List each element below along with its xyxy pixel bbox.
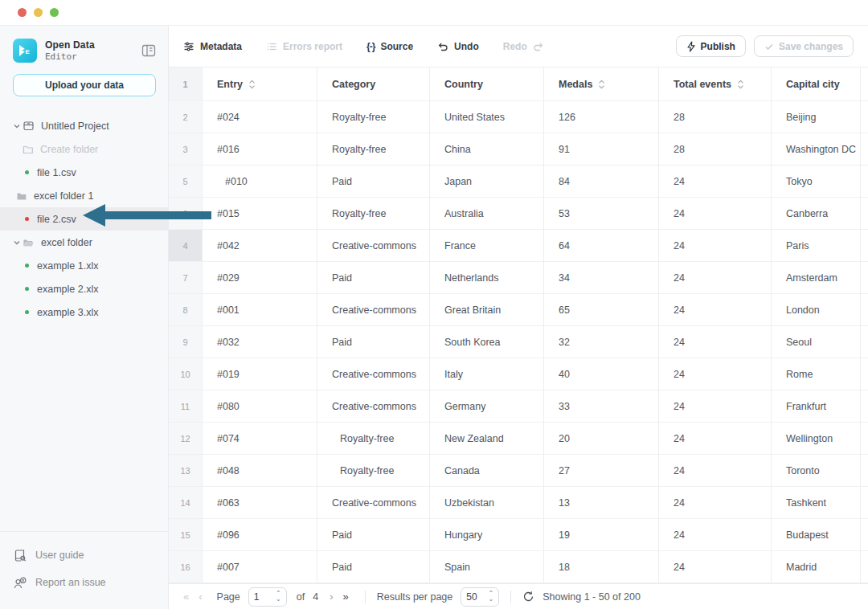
cell-medals[interactable]: 84	[544, 166, 659, 198]
results-per-page-value[interactable]: 50	[466, 591, 488, 603]
cell-country[interactable]: United States	[430, 101, 544, 133]
cell-country[interactable]: New Zealand	[430, 423, 544, 455]
cell-medals[interactable]: 126	[544, 101, 659, 133]
stepper-arrows-icon[interactable]: ⌃⌄	[489, 591, 494, 603]
cell-capital[interactable]: Seoul	[772, 326, 861, 358]
user-guide-link[interactable]: User guide	[13, 548, 155, 562]
cell-total_events[interactable]: 24	[659, 455, 772, 487]
cell-total_events[interactable]: 24	[659, 423, 772, 455]
cell-total_events[interactable]: 24	[659, 294, 772, 326]
cell-entry[interactable]: #063	[203, 487, 317, 519]
cell-entry[interactable]: #001	[203, 294, 317, 326]
cell-category[interactable]: Paid	[317, 262, 430, 294]
cell-total_events[interactable]: 24	[659, 487, 772, 519]
row-number-cell[interactable]: 4	[169, 230, 203, 262]
cell-medals[interactable]: 64	[544, 230, 659, 262]
cell-capital[interactable]: London	[772, 294, 861, 326]
cell-category[interactable]: Paid	[317, 166, 430, 198]
next-page-button[interactable]: ›	[325, 591, 338, 603]
cell-entry[interactable]: #016	[203, 133, 317, 166]
stepper-arrows-icon[interactable]: ⌃⌄	[276, 591, 281, 603]
tree-item-excel-folder-1[interactable]: excel folder 1	[0, 184, 168, 207]
cell-medals[interactable]: 20	[544, 423, 659, 455]
cell-capital[interactable]: Tashkent	[772, 487, 861, 519]
tree-item-excel-folder[interactable]: excel folder	[0, 231, 168, 254]
cell-total_events[interactable]: 24	[659, 198, 772, 230]
cell-category[interactable]: Royalty-free	[317, 455, 430, 487]
tree-item-untitled-project[interactable]: Untitled Project	[0, 114, 168, 137]
row-number-cell[interactable]: 2	[169, 101, 203, 133]
cell-medals[interactable]: 40	[544, 358, 659, 390]
page-number-stepper[interactable]: 1 ⌃⌄	[248, 587, 287, 607]
upload-data-button[interactable]: Upload your data	[13, 74, 156, 96]
cell-category[interactable]: Creative-commons	[317, 487, 430, 519]
cell-total_events[interactable]: 24	[659, 230, 772, 262]
cell-total_events[interactable]: 24	[659, 551, 772, 583]
tree-item-example-1-xlx[interactable]: example 1.xlx	[0, 254, 168, 277]
tree-item-file-1-csv[interactable]: file 1.csv	[0, 161, 168, 184]
cell-country[interactable]: Germany	[430, 390, 544, 423]
cell-total_events[interactable]: 24	[659, 519, 772, 551]
tree-item-create-folder[interactable]: Create folder	[0, 137, 168, 161]
cell-total_events[interactable]: 24	[659, 166, 772, 198]
column-header-total_events[interactable]: Total events	[659, 67, 772, 101]
cell-entry[interactable]: #024	[203, 101, 317, 133]
cell-entry[interactable]: #042	[203, 230, 317, 262]
cell-total_events[interactable]: 24	[659, 326, 772, 358]
cell-total_events[interactable]: 28	[659, 133, 772, 166]
cell-medals[interactable]: 18	[544, 551, 659, 583]
row-number-cell[interactable]: 8	[169, 294, 203, 326]
row-number-cell[interactable]: 15	[169, 519, 203, 551]
cell-country[interactable]: Italy	[430, 358, 544, 390]
first-page-button[interactable]: «	[178, 591, 194, 603]
last-page-button[interactable]: »	[338, 591, 354, 603]
metadata-button[interactable]: Metadata	[183, 41, 242, 52]
row-number-cell[interactable]: 9	[169, 326, 203, 358]
source-button[interactable]: {-} Source	[366, 41, 413, 52]
errors-report-button[interactable]: Errors report	[266, 41, 342, 52]
tree-item-example-3-xlx[interactable]: example 3.xlx	[0, 300, 168, 324]
cell-category[interactable]: Paid	[317, 519, 430, 551]
cell-medals[interactable]: 19	[544, 519, 659, 551]
cell-country[interactable]: Australia	[430, 198, 544, 230]
cell-category[interactable]: Royalty-free	[317, 198, 430, 230]
save-changes-button[interactable]: Save changes	[754, 35, 854, 57]
cell-capital[interactable]: Budapest	[772, 519, 861, 551]
cell-entry[interactable]: #010	[203, 166, 317, 198]
redo-button[interactable]: Redo	[503, 41, 544, 52]
report-issue-link[interactable]: Report an issue	[13, 575, 155, 590]
cell-country[interactable]: France	[430, 230, 544, 262]
results-per-page-stepper[interactable]: 50 ⌃⌄	[461, 587, 499, 607]
row-number-cell[interactable]: 14	[169, 487, 203, 519]
cell-medals[interactable]: 91	[544, 133, 659, 166]
row-number-cell[interactable]: 6	[169, 198, 203, 230]
cell-medals[interactable]: 32	[544, 326, 659, 358]
chevron-down-icon[interactable]	[13, 239, 23, 247]
close-window-icon[interactable]	[18, 8, 27, 17]
cell-medals[interactable]: 34	[544, 262, 659, 294]
cell-category[interactable]: Creative-commons	[317, 294, 430, 326]
cell-category[interactable]: Royalty-free	[317, 423, 430, 455]
cell-medals[interactable]: 13	[544, 487, 659, 519]
cell-total_events[interactable]: 28	[659, 101, 772, 133]
row-number-cell[interactable]: 10	[169, 358, 203, 390]
cell-capital[interactable]: Toronto	[772, 455, 861, 487]
publish-button[interactable]: Publish	[676, 35, 746, 57]
cell-category[interactable]: Paid	[317, 326, 430, 358]
cell-country[interactable]: South Korea	[430, 326, 544, 358]
cell-total_events[interactable]: 24	[659, 358, 772, 390]
maximize-window-icon[interactable]	[50, 8, 59, 17]
row-number-cell[interactable]: 13	[169, 455, 203, 487]
cell-medals[interactable]: 65	[544, 294, 659, 326]
cell-medals[interactable]: 27	[544, 455, 659, 487]
minimize-window-icon[interactable]	[34, 8, 43, 17]
cell-country[interactable]: Netherlands	[430, 262, 544, 294]
row-number-cell[interactable]: 16	[169, 551, 203, 583]
cell-capital[interactable]: Canberra	[772, 198, 861, 230]
cell-category[interactable]: Royalty-free	[317, 101, 430, 133]
chevron-down-icon[interactable]	[13, 122, 23, 130]
collapse-sidebar-icon[interactable]	[141, 43, 157, 59]
cell-category[interactable]: Paid	[317, 551, 430, 583]
cell-category[interactable]: Creative-commons	[317, 390, 430, 423]
tree-item-example-2-xlx[interactable]: example 2.xlx	[0, 277, 168, 300]
